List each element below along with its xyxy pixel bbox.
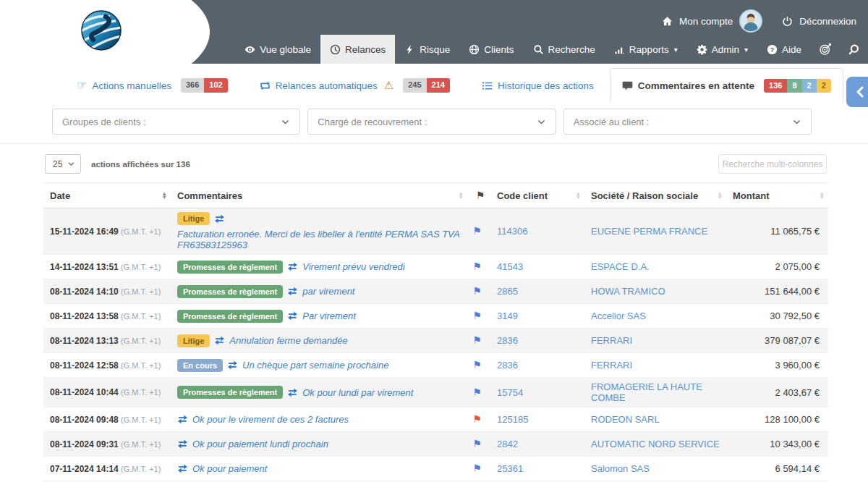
flag-icon: ⚑: [476, 190, 485, 200]
nav-item-clients[interactable]: Clients: [459, 35, 523, 64]
question-icon: ?: [767, 44, 778, 55]
comment-link[interactable]: Annulation ferme demandée: [229, 335, 347, 346]
filter-groupes-de-clients[interactable]: Groupes de clients :: [52, 109, 300, 135]
nav-item-risque[interactable]: Risque: [395, 35, 459, 64]
nav-item-admin[interactable]: Admin ▾: [687, 35, 757, 64]
company-link[interactable]: Salomon SAS: [584, 460, 726, 478]
page-size-select[interactable]: 25: [45, 154, 81, 174]
client-code-link[interactable]: 41543: [490, 258, 584, 276]
comment-link[interactable]: Un chèque part semaine prochaine: [242, 360, 388, 371]
row-comment-cell: Ok pour paiement lundi prochain: [171, 435, 467, 453]
collapse-panel-button[interactable]: [846, 77, 868, 107]
column-header-societe[interactable]: Société / Raison sociale ▲▼: [584, 183, 726, 208]
column-header-flag[interactable]: ⚑: [467, 183, 490, 208]
row-flag[interactable]: ⚑: [467, 356, 490, 374]
company-link[interactable]: HOWA TRAMICO: [584, 282, 726, 300]
chevron-down-icon: [67, 160, 75, 168]
row-amount: 151 644,00 €: [726, 282, 828, 300]
row-flag[interactable]: ⚑: [467, 222, 490, 240]
comment-link[interactable]: Ok pour le virement de ces 2 factures: [192, 414, 349, 425]
row-flag[interactable]: ⚑: [467, 460, 490, 478]
row-flag[interactable]: ⚑: [467, 307, 490, 325]
comment-link[interactable]: Virement prévu vendredi: [302, 261, 404, 272]
row-count-text: actions affichées sur 136: [91, 160, 190, 169]
section-divider: [0, 143, 868, 144]
globe-icon: [469, 44, 480, 55]
row-flag[interactable]: ⚑: [467, 331, 490, 350]
row-flag[interactable]: ⚑: [467, 384, 490, 402]
company-link[interactable]: AUTOMATIC NORD SERVICE: [584, 435, 726, 453]
comment-link[interactable]: Ok pour lundi par virement: [302, 387, 413, 398]
app-logo[interactable]: [81, 10, 122, 51]
company-link[interactable]: RODEON SARL: [584, 410, 726, 428]
comment-link[interactable]: Par virement: [302, 310, 356, 321]
multi-column-search-input[interactable]: [718, 154, 827, 174]
row-date: 08-11-2024 14:10 (G.M.T. +1): [43, 283, 171, 300]
company-link[interactable]: FERRARI: [584, 331, 726, 350]
filter-charge-de-recouvrement[interactable]: Chargé de recouvrement :: [307, 109, 556, 135]
badge: 136: [764, 79, 787, 93]
company-link[interactable]: FERRARI: [584, 356, 726, 374]
status-tag: Litige: [177, 334, 210, 347]
chevron-down-icon: [281, 117, 290, 127]
client-code-link[interactable]: 2865: [490, 282, 584, 300]
tab-historique-des-actions[interactable]: Historique des actions: [466, 68, 610, 103]
comment-link[interactable]: Ok pour paiement lundi prochain: [192, 439, 328, 449]
nav-item-vue-globale[interactable]: Vue globale: [235, 35, 320, 64]
logout-link[interactable]: Déconnexion: [799, 16, 856, 27]
client-code-link[interactable]: 114306: [490, 222, 584, 240]
tab-badges: 245 214: [403, 78, 450, 92]
badge: 2: [802, 79, 817, 93]
client-code-link[interactable]: 2836: [490, 331, 584, 350]
table-row: 08-11-2024 13:58 (G.M.T. +1) Promesses d…: [43, 304, 828, 329]
filter-associe-au-client[interactable]: Associé au client :: [563, 109, 812, 135]
row-flag[interactable]: ⚑: [467, 282, 490, 300]
status-tag: Promesses de règlement: [177, 261, 283, 274]
flag-icon: ⚑: [472, 462, 482, 474]
column-header-date[interactable]: Date ▲▼: [43, 183, 171, 208]
tab-commentaires-en-attente[interactable]: Commentaires en attente 136 8 2 2: [610, 68, 843, 103]
nav-item-recherche[interactable]: Recherche: [524, 35, 605, 64]
row-flag[interactable]: ⚑: [467, 258, 490, 276]
company-link[interactable]: EUGENE PERMA FRANCE: [584, 222, 726, 240]
client-code-link[interactable]: 2842: [490, 435, 584, 453]
company-link[interactable]: ESPACE D.A.: [584, 258, 726, 276]
client-code-link[interactable]: 3149: [490, 307, 584, 325]
row-date: 14-11-2024 13:51 (G.M.T. +1): [43, 258, 171, 276]
comment-link[interactable]: par virement: [302, 286, 354, 297]
company-link[interactable]: Accelior SAS: [584, 307, 726, 325]
comment-link[interactable]: Ok pour paiement: [192, 463, 267, 474]
column-header-commentaires[interactable]: Commentaires ▲▼: [171, 183, 467, 208]
nav-item-aide[interactable]: ? Aide: [757, 35, 811, 64]
row-date: 15-11-2024 16:49 (G.M.T. +1): [43, 223, 171, 240]
global-search-button[interactable]: [840, 35, 868, 64]
chevron-down-icon: [537, 117, 546, 127]
table-body: 15-11-2024 16:49 (G.M.T. +1) Litige Fact…: [43, 208, 828, 481]
chevron-down-icon: [792, 117, 801, 127]
power-icon: [782, 16, 793, 27]
avatar[interactable]: [739, 9, 762, 33]
column-header-montant[interactable]: Montant ▲▼: [726, 183, 828, 208]
row-amount: 3 960,00 €: [726, 356, 828, 374]
company-link[interactable]: FROMAGERIE LA HAUTE COMBE: [584, 378, 726, 407]
target-shortcut-button[interactable]: [811, 35, 840, 64]
flag-icon: ⚑: [472, 438, 482, 449]
comment-link[interactable]: Facturation erronée. Merci de les libell…: [177, 229, 464, 250]
client-code-link[interactable]: 125185: [490, 410, 584, 428]
row-flag[interactable]: ⚑: [467, 435, 490, 453]
row-comment-cell: Litige Facturation erronée. Merci de les…: [171, 208, 467, 254]
client-code-link[interactable]: 2836: [490, 356, 584, 374]
search-icon: [848, 43, 860, 56]
tab-relances-automatiques[interactable]: Relances automatiques ⚠ 245 214: [244, 68, 466, 103]
column-header-code-client[interactable]: Code client ▲▼: [490, 183, 584, 208]
badge: 102: [204, 78, 227, 92]
row-flag[interactable]: ⚑: [467, 410, 490, 428]
client-code-link[interactable]: 25361: [490, 460, 584, 478]
caret-down-icon: ▾: [674, 46, 678, 54]
hand-pointer-icon: ☞: [77, 80, 87, 91]
tab-actions-manuelles[interactable]: ☞ Actions manuelles 366 102: [61, 68, 244, 103]
client-code-link[interactable]: 15754: [490, 384, 584, 402]
nav-item-rapports[interactable]: Rapports ▾: [605, 35, 687, 64]
account-link[interactable]: Mon compte: [679, 16, 733, 27]
nav-item-relances[interactable]: Relances: [320, 35, 395, 64]
